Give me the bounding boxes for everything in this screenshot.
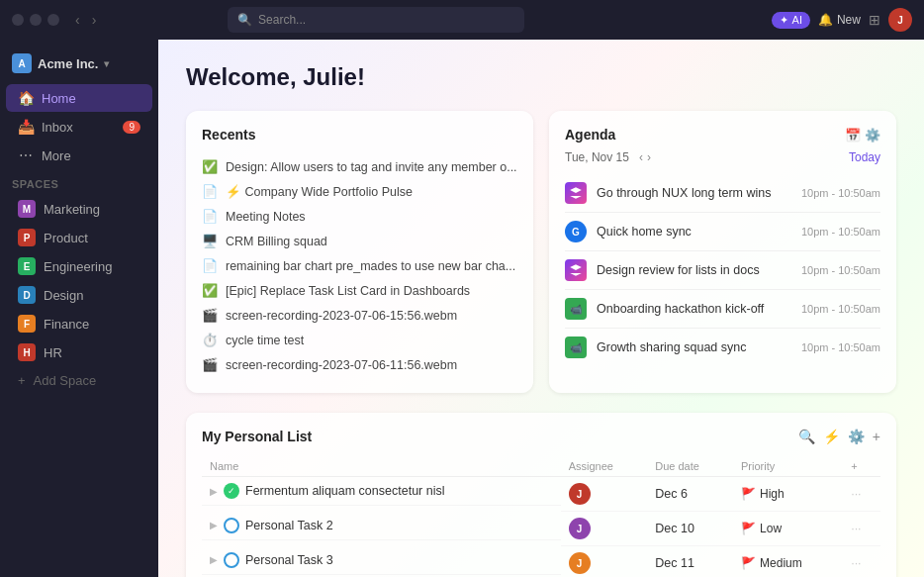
table-row[interactable]: ▶ ✓ Fermentum aliquam consectetur nisl J…: [202, 477, 880, 512]
sidebar-item-home[interactable]: 🏠 Home: [6, 84, 152, 112]
agenda-header: Agenda 📅 ⚙️: [565, 127, 880, 143]
recent-item[interactable]: 🎬 screen-recording-2023-07-06-15:56.webm: [202, 303, 517, 328]
table-row[interactable]: ▶ Personal Task 2 J Dec 10 🚩 Low: [202, 512, 880, 546]
priority-badge: 🚩 High: [741, 487, 835, 501]
more-menu-button[interactable]: ···: [851, 556, 861, 570]
gear-icon[interactable]: ⚙️: [865, 128, 880, 143]
priority-label: High: [760, 487, 785, 501]
space-item-marketing[interactable]: M Marketing: [6, 195, 152, 223]
title-bar: ‹ › 🔍 Search... ✦ AI 🔔 New ⊞ J: [0, 0, 924, 40]
sidebar-item-inbox[interactable]: 📥 Inbox 9: [6, 113, 152, 141]
space-item-engineering[interactable]: E Engineering: [6, 252, 152, 280]
recent-text: screen-recording-2023-07-06-15:56.webm: [226, 309, 457, 323]
filter-button[interactable]: ⚡: [823, 429, 840, 444]
sidebar-nav: 🏠 Home 📥 Inbox 9 ⋯ More: [0, 83, 158, 170]
maximize-button[interactable]: [47, 14, 59, 26]
more-menu-button[interactable]: ···: [851, 487, 861, 501]
list-controls: 🔍 ⚡ ⚙️ +: [798, 429, 880, 444]
agenda-event[interactable]: 📹 Growth sharing squad sync 10pm - 10:50…: [565, 329, 880, 366]
sidebar-item-more[interactable]: ⋯ More: [6, 142, 152, 169]
priority-label: Medium: [760, 556, 802, 570]
more-menu-button[interactable]: ···: [851, 522, 861, 535]
task-name: Personal Task 2: [245, 519, 333, 532]
prev-day-button[interactable]: ‹: [639, 150, 643, 164]
task-table: Name Assignee Due date Priority + ▶ ✓: [202, 456, 880, 577]
recent-item[interactable]: ⏱️ cycle time test: [202, 328, 517, 352]
agenda-event[interactable]: G Quick home sync 10pm - 10:50am: [565, 213, 880, 251]
space-label: Finance: [44, 317, 89, 332]
workspace-name: Acme Inc.: [38, 56, 98, 71]
space-item-hr[interactable]: H HR: [6, 338, 152, 366]
search-placeholder: Search...: [258, 13, 306, 27]
forward-button[interactable]: ›: [88, 10, 101, 30]
recent-item[interactable]: 📄 Meeting Notes: [202, 204, 517, 229]
space-item-product[interactable]: P Product: [6, 224, 152, 251]
new-button[interactable]: 🔔 New: [818, 13, 861, 27]
recent-item[interactable]: ✅ [Epic] Replace Task List Card in Dashb…: [202, 278, 517, 303]
space-icon-product: P: [18, 229, 36, 246]
expand-arrow[interactable]: ▶: [210, 520, 218, 530]
space-item-design[interactable]: D Design: [6, 281, 152, 309]
expand-arrow[interactable]: ▶: [210, 554, 218, 565]
recent-icon: ⏱️: [202, 333, 218, 347]
recent-text: CRM Billing squad: [226, 235, 327, 248]
app-icon-meet2: 📹: [565, 337, 587, 358]
recent-text: [Epic] Replace Task List Card in Dashboa…: [226, 284, 470, 298]
more-icon: ⋯: [18, 147, 34, 163]
app-icon-clickup: [565, 182, 587, 204]
search-bar[interactable]: 🔍 Search...: [228, 7, 524, 33]
space-label: HR: [44, 345, 62, 360]
recent-item[interactable]: 📄 remaining bar chart pre_mades to use n…: [202, 253, 517, 278]
recent-item[interactable]: 🎬 screen-recording-2023-07-06-11:56.webm: [202, 352, 517, 377]
agenda-event[interactable]: Design review for lists in docs 10pm - 1…: [565, 251, 880, 290]
spaces-label: Spaces: [0, 170, 158, 194]
search-button[interactable]: 🔍: [798, 429, 815, 444]
add-space-button[interactable]: + Add Space: [6, 368, 152, 393]
recent-icon: 📄: [202, 209, 218, 224]
calendar-icon[interactable]: 📅: [845, 128, 861, 143]
recent-text: screen-recording-2023-07-06-11:56.webm: [226, 358, 457, 372]
task-name: Personal Task 3: [245, 553, 333, 567]
col-actions: +: [843, 456, 880, 477]
sidebar-item-label: More: [42, 148, 71, 163]
agenda-event[interactable]: Go through NUX long term wins 10pm - 10:…: [565, 174, 880, 213]
recent-icon: 📄: [202, 184, 218, 199]
event-time: 10pm - 10:50am: [801, 264, 880, 276]
priority-label: Low: [760, 522, 782, 535]
today-button[interactable]: Today: [849, 150, 880, 164]
two-column-grid: Recents ✅ Design: Allow users to tag and…: [186, 111, 896, 393]
add-column-button[interactable]: +: [873, 429, 880, 444]
header-right: ✦ AI 🔔 New ⊞ J: [772, 8, 912, 32]
status-icon-done: ✓: [224, 483, 239, 499]
space-label: Product: [44, 231, 88, 245]
ai-badge[interactable]: ✦ AI: [772, 12, 810, 29]
recent-item[interactable]: 🖥️ CRM Billing squad: [202, 229, 517, 253]
space-item-finance[interactable]: F Finance: [6, 310, 152, 337]
recent-item[interactable]: 📄 ⚡ Company Wide Portfolio Pulse: [202, 179, 517, 204]
back-button[interactable]: ‹: [71, 10, 84, 30]
event-time: 10pm - 10:50am: [801, 187, 880, 199]
app-icon-meet: 📹: [565, 298, 587, 320]
app-icon-google: G: [565, 221, 587, 242]
expand-arrow[interactable]: ▶: [210, 486, 218, 497]
next-day-button[interactable]: ›: [647, 150, 651, 164]
assignee-avatar: J: [569, 518, 591, 539]
add-col-icon[interactable]: +: [851, 460, 857, 472]
space-icon-design: D: [18, 286, 36, 304]
home-icon: 🏠: [18, 90, 34, 106]
table-row[interactable]: ▶ Personal Task 3 J Dec 11 🚩 Medium: [202, 546, 880, 578]
user-avatar[interactable]: J: [888, 8, 912, 32]
list-header: My Personal List 🔍 ⚡ ⚙️ +: [202, 429, 880, 444]
settings-button[interactable]: ⚙️: [848, 429, 865, 444]
close-button[interactable]: [12, 14, 24, 26]
inbox-icon: 📥: [18, 119, 34, 135]
minimize-button[interactable]: [30, 14, 42, 26]
status-icon-progress: [224, 552, 239, 568]
grid-icon[interactable]: ⊞: [869, 12, 880, 28]
recent-item[interactable]: ✅ Design: Allow users to tag and invite …: [202, 154, 517, 179]
col-priority: Priority: [733, 456, 843, 477]
agenda-date: Tue, Nov 15: [565, 150, 629, 164]
workspace-header[interactable]: A Acme Inc. ▾: [0, 48, 158, 79]
agenda-event[interactable]: 📹 Onboarding hackathon kick-off 10pm - 1…: [565, 290, 880, 329]
event-time: 10pm - 10:50am: [801, 303, 880, 315]
